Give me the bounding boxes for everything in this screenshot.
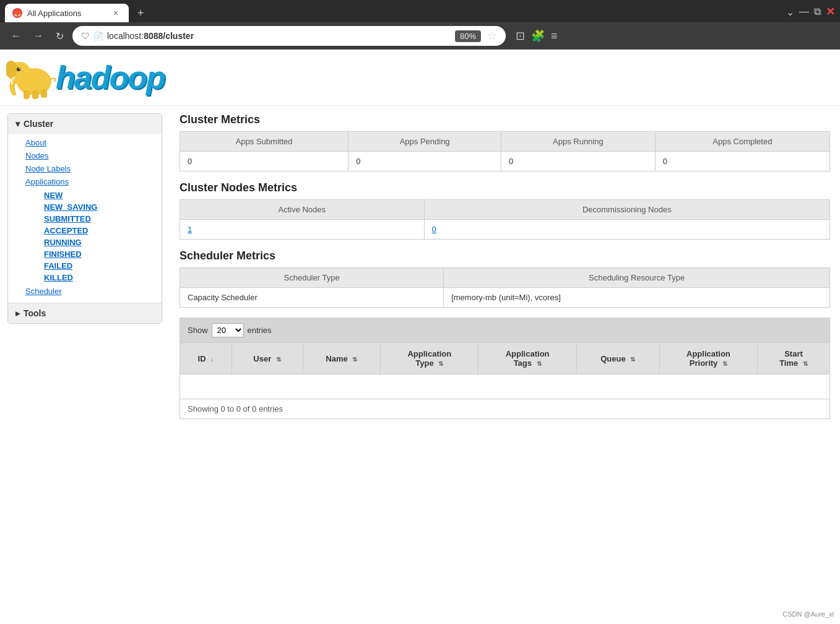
shield2-icon[interactable]: ⊡	[516, 29, 525, 43]
sidebar: ▾ Cluster About Nodes Node Labels Applic…	[7, 113, 162, 324]
app-new-link[interactable]: NEW	[39, 189, 162, 201]
start-time-sort-icon: ⇅	[803, 360, 808, 367]
queue-sort-icon: ⇅	[630, 356, 635, 363]
page-content: hadoop ▾ Cluster About Nodes Node Labels…	[0, 50, 840, 539]
col-queue[interactable]: Queue ⇅	[576, 343, 659, 375]
app-finished-link[interactable]: FINISHED	[39, 248, 162, 260]
col-user[interactable]: User ⇅	[232, 343, 303, 375]
app-accepted-link[interactable]: ACCEPTED	[39, 225, 162, 236]
show-entries-select[interactable]: 10 20 50 100	[212, 323, 244, 337]
entries-label: entries	[248, 326, 272, 335]
cluster-section: ▾ Cluster About Nodes Node Labels Applic…	[8, 114, 162, 303]
scheduler-metrics-title: Scheduler Metrics	[180, 249, 830, 262]
app-submitted-link[interactable]: SUBMITTED	[39, 213, 162, 225]
tab-bar-controls: ⌄ — ⧉ ✕	[786, 5, 835, 22]
forward-button[interactable]: →	[30, 29, 47, 43]
browser-chrome: 🦊 All Applications × + ⌄ — ⧉ ✕	[0, 0, 840, 22]
header-decommissioning-nodes: Decommissioning Nodes	[424, 200, 829, 220]
tools-nav-header[interactable]: ▸ Tools	[8, 303, 162, 323]
cluster-nav-links: About Nodes Node Labels Applications NEW…	[8, 134, 162, 303]
header-scheduler-type: Scheduler Type	[180, 268, 444, 288]
col-application-priority[interactable]: ApplicationPriority ⇅	[659, 343, 757, 375]
cluster-nodes-title: Cluster Nodes Metrics	[180, 181, 830, 194]
menu-icon[interactable]: ≡	[551, 30, 558, 43]
cluster-nav-header[interactable]: ▾ Cluster	[8, 114, 162, 134]
extensions-icon[interactable]: 🧩	[531, 29, 545, 43]
hadoop-brand-text: hadoop	[56, 59, 165, 96]
cluster-arrow-icon: ▾	[15, 119, 20, 129]
main-layout: ▾ Cluster About Nodes Node Labels Applic…	[0, 106, 840, 539]
url-path: 8088/cluster	[144, 31, 194, 41]
tools-label: Tools	[24, 308, 46, 318]
show-label: Show	[188, 326, 208, 335]
col-application-tags[interactable]: ApplicationTags ⇅	[478, 343, 576, 375]
id-sort-icon: ↓	[210, 356, 214, 363]
new-tab-button[interactable]: +	[131, 4, 150, 22]
back-button[interactable]: ←	[7, 29, 25, 43]
user-sort-icon: ⇅	[276, 356, 281, 363]
decommissioning-nodes-value: 0	[424, 220, 829, 240]
app-killed-link[interactable]: KILLED	[39, 272, 162, 284]
url-display[interactable]: localhost:8088/cluster	[107, 31, 451, 41]
app-tags-sort-icon: ⇅	[537, 360, 542, 367]
svg-point-3	[17, 67, 20, 71]
svg-rect-6	[32, 90, 38, 99]
node-labels-link[interactable]: Node Labels	[20, 162, 162, 175]
app-failed-link[interactable]: FAILED	[39, 260, 162, 272]
header-active-nodes: Active Nodes	[180, 200, 425, 220]
col-name[interactable]: Name ⇅	[303, 343, 381, 375]
apps-completed-value: 0	[655, 152, 829, 171]
header-apps-pending: Apps Pending	[349, 132, 501, 152]
restore-icon[interactable]: ⧉	[814, 6, 821, 17]
zoom-level[interactable]: 80%	[455, 30, 481, 42]
header-scheduling-resource-type: Scheduling Resource Type	[444, 268, 830, 288]
svg-rect-5	[24, 90, 30, 99]
hadoop-header: hadoop	[0, 50, 840, 106]
cluster-label: Cluster	[24, 119, 53, 129]
tab-favicon: 🦊	[12, 8, 22, 18]
reload-button[interactable]: ↻	[52, 29, 67, 43]
scheduler-link[interactable]: Scheduler	[20, 285, 162, 298]
minimize-icon[interactable]: —	[799, 6, 809, 17]
apps-pending-value: 0	[349, 152, 501, 171]
browser-nav: ← → ↻ 🛡 📄 localhost:8088/cluster 80% ☆ ⊡…	[0, 22, 840, 50]
applications-link[interactable]: Applications	[20, 175, 162, 188]
app-running-link[interactable]: RUNNING	[39, 236, 162, 248]
cluster-metrics-row: 0 0 0 0	[180, 152, 830, 171]
col-id[interactable]: ID ↓	[180, 343, 232, 375]
main-content: Cluster Metrics Apps Submitted Apps Pend…	[170, 106, 840, 539]
empty-row	[180, 375, 830, 399]
app-type-sort-icon: ⇅	[438, 360, 443, 367]
bookmark-star-icon[interactable]: ☆	[487, 29, 497, 43]
active-tab[interactable]: 🦊 All Applications ×	[5, 4, 129, 22]
tab-close-button[interactable]: ×	[110, 7, 121, 19]
nodes-link[interactable]: Nodes	[20, 149, 162, 162]
cluster-nodes-row: 1 0	[180, 220, 830, 240]
applications-sub-links: NEW NEW_SAVING SUBMITTED ACCEPTED RUNNIN…	[20, 188, 162, 285]
table-footer: Showing 0 to 0 of 0 entries	[180, 399, 830, 419]
hadoop-elephant-icon	[6, 56, 56, 99]
col-application-type[interactable]: ApplicationType ⇅	[381, 343, 478, 375]
header-apps-running: Apps Running	[501, 132, 656, 152]
scheduler-metrics-table: Scheduler Type Scheduling Resource Type …	[180, 267, 830, 308]
col-start-time[interactable]: StartTime ⇅	[758, 343, 830, 375]
cluster-metrics-table: Apps Submitted Apps Pending Apps Running…	[180, 131, 830, 171]
address-bar[interactable]: 🛡 📄 localhost:8088/cluster 80% ☆	[72, 26, 506, 46]
tab-bar: 🦊 All Applications × + ⌄ — ⧉ ✕	[5, 4, 835, 22]
svg-rect-7	[41, 89, 47, 98]
about-link[interactable]: About	[20, 136, 162, 149]
active-nodes-value: 1	[180, 220, 425, 240]
app-new-saving-link[interactable]: NEW_SAVING	[39, 201, 162, 213]
tools-arrow-icon: ▸	[15, 308, 20, 318]
show-entries-bar: Show 10 20 50 100 entries	[180, 318, 830, 342]
url-scheme: localhost:	[107, 31, 144, 41]
hadoop-logo: hadoop	[6, 56, 828, 99]
app-priority-sort-icon: ⇅	[722, 360, 727, 367]
dropdown-icon[interactable]: ⌄	[786, 6, 794, 18]
svg-point-4	[19, 68, 20, 69]
applications-table: ID ↓ User ⇅ Name ⇅ ApplicationType ⇅ App…	[180, 342, 830, 399]
apps-submitted-value: 0	[180, 152, 349, 171]
security-shield-icon: 🛡	[81, 31, 90, 41]
window-close-button[interactable]: ✕	[826, 5, 835, 19]
apps-running-value: 0	[501, 152, 656, 171]
